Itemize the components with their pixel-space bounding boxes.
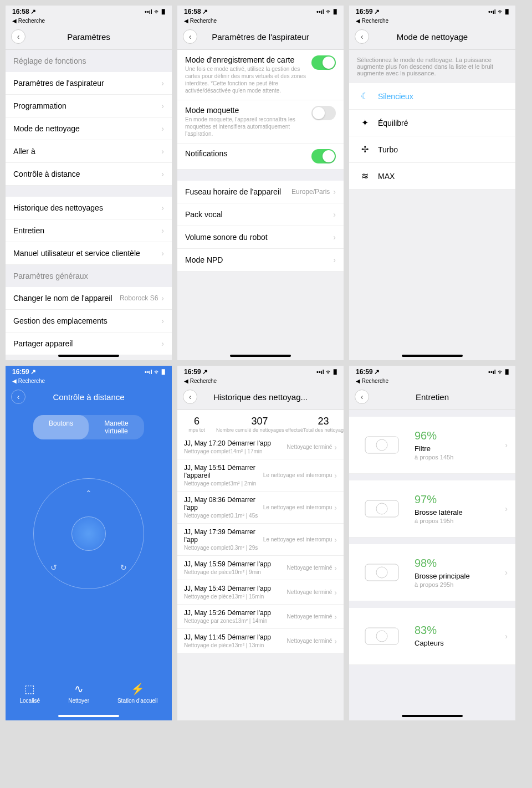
- svg-point-5: [376, 567, 387, 578]
- settings-row[interactable]: Volume sonore du robot›: [177, 226, 344, 249]
- home-indicator[interactable]: [58, 355, 119, 357]
- maintenance-row[interactable]: 83%Capteurs›: [349, 608, 515, 665]
- chevron-right-icon: ›: [161, 124, 164, 133]
- mode-option[interactable]: ≋MAX: [349, 163, 515, 190]
- arrow-up-icon[interactable]: ⌃: [85, 489, 92, 498]
- settings-row[interactable]: Paramètres de l'aspirateur›: [6, 72, 172, 95]
- status-bar: 16:59 ↗••ıl ᯤ ▇: [349, 6, 515, 18]
- mode-option[interactable]: ☾Silencieux: [349, 83, 515, 110]
- screen-maintenance: 16:59 ↗••ıl ᯤ ▇ ◀ Recherche ‹Entretien 9…: [349, 366, 515, 720]
- chevron-right-icon: ›: [505, 568, 508, 577]
- rotate-right-icon[interactable]: ↻: [120, 563, 127, 572]
- remote-dpad[interactable]: ⌃ ↺ ↻: [33, 478, 144, 589]
- page-title: Paramètres: [6, 32, 172, 42]
- home-indicator[interactable]: [230, 355, 291, 357]
- history-row[interactable]: JJ, May 08:36 Démarrer l'appNettoyage co…: [177, 492, 344, 524]
- page-title: Paramètres de l'aspirateur: [177, 32, 344, 42]
- settings-row[interactable]: Entretien›: [6, 219, 172, 242]
- home-indicator[interactable]: [402, 355, 463, 357]
- switch-map-save[interactable]: [311, 55, 336, 70]
- switch-carpet[interactable]: [311, 106, 336, 120]
- page-title: Historique des nettoyag...: [177, 392, 344, 402]
- settings-row[interactable]: Partager appareil›: [6, 332, 172, 355]
- screen-vacuum-settings: 16:58 ↗••ıl ᯤ ▇ ◀ Recherche ‹Paramètres …: [177, 6, 344, 360]
- switch-notifications[interactable]: [311, 149, 336, 163]
- home-indicator[interactable]: [58, 715, 119, 717]
- settings-row[interactable]: Manuel utilisateur et service clientèle›: [6, 242, 172, 265]
- chevron-right-icon: ›: [333, 187, 336, 196]
- mode-option[interactable]: ✦Équilibré: [349, 110, 515, 136]
- chevron-right-icon: ›: [333, 255, 336, 264]
- back-to-search[interactable]: ◀ Recherche: [349, 18, 515, 25]
- history-row[interactable]: JJ, May 17:39 Démarrer l'appNettoyage co…: [177, 524, 344, 556]
- chevron-right-icon: ›: [161, 101, 164, 110]
- chevron-right-icon: ›: [334, 443, 337, 452]
- chevron-right-icon: ›: [334, 535, 337, 544]
- settings-row[interactable]: Mode NPD›: [177, 249, 344, 272]
- history-row[interactable]: JJ, May 17:20 Démarrer l'appNettoyage co…: [177, 435, 344, 459]
- stat: 23Total des nettoyag: [303, 416, 344, 433]
- screen-parametres: 16:58 ↗••ıl ᯤ ▇ ◀ Recherche ‹Paramètres …: [6, 6, 172, 360]
- settings-row[interactable]: Changer le nom de l'appareilRoborock S6›: [6, 287, 172, 310]
- chevron-right-icon: ›: [161, 316, 164, 325]
- settings-row[interactable]: Aller à›: [6, 140, 172, 163]
- svg-point-1: [376, 439, 387, 451]
- settings-row[interactable]: Contrôle à distance›: [6, 163, 172, 186]
- settings-row[interactable]: Gestion des emplacements›: [6, 310, 172, 332]
- nav-item[interactable]: ⚡Station d'accueil: [117, 682, 158, 704]
- mode-option[interactable]: ✢Turbo: [349, 136, 515, 163]
- nav-item[interactable]: ⬚Localisé: [19, 682, 40, 704]
- screen-clean-mode: 16:59 ↗••ıl ᯤ ▇ ◀ Recherche ‹Mode de net…: [349, 6, 515, 360]
- nav-item[interactable]: ∿Nettoyer: [68, 682, 89, 704]
- settings-row[interactable]: Pack vocal›: [177, 203, 344, 226]
- back-button[interactable]: ‹: [11, 390, 25, 404]
- back-button[interactable]: ‹: [183, 29, 197, 44]
- history-row[interactable]: JJ, May 15:26 Démarrer l'appNettoyage pa…: [177, 605, 344, 629]
- history-row[interactable]: JJ, May 15:43 Démarrer l'appNettoyage de…: [177, 580, 344, 605]
- back-to-search[interactable]: ◀ Recherche: [6, 18, 172, 25]
- status-bar: 16:59 ↗••ıl ᯤ ▇: [177, 366, 344, 378]
- chevron-right-icon: ›: [161, 339, 164, 348]
- stats-summary: 6mps tot307Nombre cumulé de nettoyages e…: [177, 410, 344, 435]
- history-row[interactable]: JJ, May 15:51 Démarrer l'appareilNettoya…: [177, 459, 344, 492]
- toggle-map-save: Mode d'enregistrement de carteUne fois c…: [177, 50, 344, 100]
- history-row[interactable]: JJ, May 11:45 Démarrer l'appNettoyage de…: [177, 629, 344, 653]
- back-to-search[interactable]: ◀ Recherche: [6, 378, 172, 385]
- rotate-left-icon[interactable]: ↺: [50, 563, 57, 572]
- home-indicator[interactable]: [402, 715, 463, 717]
- chevron-right-icon: ›: [333, 233, 336, 242]
- part-illustration-icon: [357, 426, 407, 464]
- part-illustration-icon: [357, 617, 407, 656]
- stat: 6mps tot: [177, 416, 216, 433]
- chevron-right-icon: ›: [334, 588, 337, 597]
- history-row[interactable]: JJ, May 15:59 Démarrer l'appNettoyage de…: [177, 556, 344, 580]
- seg-joystick[interactable]: Manette virtuelle: [89, 415, 144, 439]
- back-button[interactable]: ‹: [355, 29, 369, 44]
- part-illustration-icon: [357, 489, 407, 528]
- back-to-search[interactable]: ◀ Recherche: [177, 18, 344, 25]
- back-button[interactable]: ‹: [11, 29, 25, 44]
- chevron-right-icon: ›: [334, 471, 337, 480]
- chevron-right-icon: ›: [161, 170, 164, 178]
- bottom-nav: ⬚Localisé∿Nettoyer⚡Station d'accueil: [6, 682, 172, 704]
- settings-row[interactable]: Historique des nettoyages›: [6, 197, 172, 219]
- back-button[interactable]: ‹: [183, 390, 197, 404]
- chevron-right-icon: ›: [334, 612, 337, 621]
- seg-buttons[interactable]: Boutons: [33, 415, 89, 439]
- settings-row[interactable]: Mode de nettoyage›: [6, 117, 172, 140]
- settings-row[interactable]: Fuseau horaire de l'appareilEurope/Paris…: [177, 181, 344, 203]
- nav-icon: ⚡: [131, 682, 145, 695]
- maintenance-row[interactable]: 97%Brosse latéraleà propos 195h›: [349, 480, 515, 538]
- maintenance-row[interactable]: 98%Brosse principaleà propos 295h›: [349, 544, 515, 601]
- mode-icon: ✢: [359, 144, 370, 155]
- settings-row[interactable]: Programmation›: [6, 95, 172, 117]
- back-button[interactable]: ‹: [355, 390, 369, 404]
- chevron-right-icon: ›: [334, 503, 337, 512]
- maintenance-row[interactable]: 96%Filtreà propos 145h›: [349, 417, 515, 474]
- status-bar: 16:58 ↗••ıl ᯤ ▇: [6, 6, 172, 18]
- section-general: Paramètres généraux: [6, 265, 172, 287]
- chevron-right-icon: ›: [505, 441, 508, 449]
- segment-control[interactable]: BoutonsManette virtuelle: [33, 415, 144, 439]
- back-to-search[interactable]: ◀ Recherche: [177, 378, 344, 385]
- back-to-search[interactable]: ◀ Recherche: [349, 378, 515, 385]
